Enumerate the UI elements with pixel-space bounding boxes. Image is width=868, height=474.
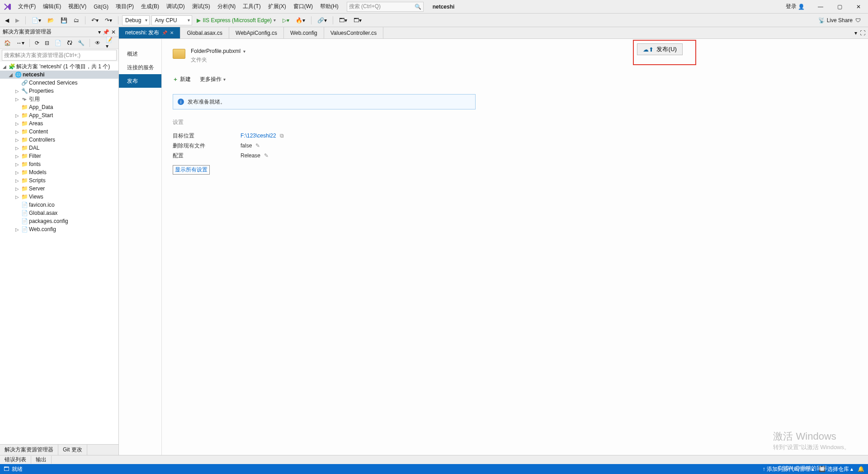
redo-button[interactable]: ↷▾ — [103, 15, 114, 25]
window-close-button[interactable]: ✕ — [852, 2, 865, 12]
run-no-debug-button[interactable]: ▷▾ — [280, 15, 292, 25]
live-share-button[interactable]: 📡 Live Share — [818, 17, 853, 24]
expand-icon[interactable]: ▷ — [14, 162, 20, 167]
expand-icon[interactable]: ▷ — [14, 89, 20, 94]
status-bell-icon[interactable]: 🔔 — [858, 466, 864, 472]
solution-root[interactable]: ◢🧩 解决方案 'netceshi' (1 个项目，共 1 个) — [0, 62, 118, 71]
more-actions-button[interactable]: 更多操作 — [200, 76, 226, 83]
tab-output[interactable]: 输出 — [31, 456, 52, 464]
hot-reload-button[interactable]: 🔥▾ — [293, 15, 307, 25]
menu-ext[interactable]: 扩展(X) — [264, 0, 290, 13]
tree-node[interactable]: ▷📁Server — [0, 185, 118, 193]
save-button[interactable]: 💾 — [58, 15, 70, 25]
tree-node[interactable]: ▷📁App_Start — [0, 111, 118, 119]
expand-icon[interactable]: ▷ — [14, 186, 20, 191]
tree-node[interactable]: ▷📁DAL — [0, 144, 118, 152]
tree-node[interactable]: ▷📁Models — [0, 168, 118, 176]
se-properties-button[interactable]: 🔧 — [75, 38, 87, 47]
se-view-code-button[interactable]: 📝▾ — [104, 38, 117, 47]
tree-node[interactable]: ▷📁Content — [0, 128, 118, 136]
pin-icon[interactable]: 📌 — [162, 30, 167, 35]
expand-icon[interactable]: ▷ — [14, 129, 20, 134]
expand-icon[interactable]: ▷ — [14, 178, 20, 183]
tree-node[interactable]: 📄Global.asax — [0, 209, 118, 217]
menu-debug[interactable]: 调试(D) — [163, 0, 189, 13]
tab-solution-explorer[interactable]: 解决方案资源管理器 — [0, 445, 58, 455]
tree-node[interactable]: ▷🔧Properties — [0, 87, 118, 95]
menu-analyze[interactable]: 分析(N) — [214, 0, 240, 13]
pub-side-publish[interactable]: 发布 — [119, 74, 161, 88]
menu-test[interactable]: 测试(S) — [189, 0, 214, 13]
window-maximize-button[interactable]: ▢ — [833, 2, 846, 12]
close-icon[interactable]: ✕ — [170, 30, 174, 35]
tree-node[interactable]: ▷📁Areas — [0, 119, 118, 128]
tree-node[interactable]: ▷•▸引用 — [0, 95, 118, 103]
tabs-fullscreen-icon[interactable]: ⛶ — [860, 30, 865, 36]
copy-icon[interactable]: ⧉ — [280, 133, 284, 139]
doc-tab[interactable]: netceshi: 发布📌✕ — [119, 27, 180, 38]
doc-tab[interactable]: Web.config — [284, 27, 324, 38]
profile-dropdown-icon[interactable]: ▾ — [243, 49, 245, 54]
se-toggle-button[interactable]: ↔▾ — [14, 38, 27, 47]
settings-value[interactable]: F:\123\ceshi22 — [241, 133, 276, 139]
menu-git[interactable]: Git(G) — [90, 0, 112, 13]
se-sync-button[interactable]: ⟳ — [33, 38, 42, 47]
doc-tab[interactable]: ValuesController.cs — [324, 27, 384, 38]
se-refresh-button[interactable]: 🗘 — [65, 38, 75, 47]
se-preview-button[interactable]: 👁 — [93, 38, 103, 47]
menu-project[interactable]: 项目(P) — [112, 0, 137, 13]
tree-node[interactable]: ▷📁Scripts — [0, 176, 118, 185]
tree-node[interactable]: 📄favicon.ico — [0, 201, 118, 209]
panel-dropdown-icon[interactable]: ▾ — [98, 29, 101, 35]
menu-view[interactable]: 视图(V) — [65, 0, 90, 13]
platform-combo[interactable]: Any CPU — [151, 15, 192, 25]
tab-git-changes[interactable]: Git 更改 — [58, 445, 87, 455]
login-button[interactable]: 登录 👤 — [782, 3, 808, 10]
solution-explorer-title[interactable]: 解决方案资源管理器 ▾ 📌 ✕ — [0, 27, 118, 37]
expand-icon[interactable]: ▷ — [14, 97, 20, 102]
tree-node[interactable]: ▷📁Filter — [0, 152, 118, 160]
nav-back-button[interactable]: ◀ — [3, 15, 11, 25]
config-combo[interactable]: Debug — [122, 15, 150, 25]
expand-icon[interactable]: ▷ — [14, 146, 20, 151]
menu-window[interactable]: 窗口(W) — [290, 0, 316, 13]
run-button[interactable]: ▶IIS Express (Microsoft Edge)▾ — [194, 17, 278, 24]
se-collapse-button[interactable]: ⊟ — [42, 38, 52, 47]
tree-node[interactable]: 📄packages.config — [0, 217, 118, 225]
expand-icon[interactable]: ▷ — [14, 113, 20, 118]
menu-file[interactable]: 文件(F) — [14, 0, 39, 13]
tab-error-list[interactable]: 错误列表 — [0, 456, 31, 464]
global-search-input[interactable]: 搜索 (Ctrl+Q) 🔍 — [347, 2, 424, 12]
expand-icon[interactable]: ▷ — [14, 194, 20, 199]
undo-button[interactable]: ↶▾ — [89, 15, 101, 25]
edit-icon[interactable]: ✎ — [264, 152, 269, 159]
tree-node[interactable]: ▷📁Views — [0, 193, 118, 201]
save-all-button[interactable]: 🗂 — [71, 15, 81, 25]
project-node[interactable]: ◢🌐 netceshi — [0, 71, 118, 79]
expand-icon[interactable]: ▷ — [14, 170, 20, 175]
expand-icon[interactable]: ▷ — [14, 121, 20, 126]
expand-icon[interactable]: ▷ — [14, 154, 20, 159]
solution-search-input[interactable]: 搜索解决方案资源管理器(Ctrl+;) — [2, 50, 117, 61]
tabs-dropdown-icon[interactable]: ▾ — [854, 30, 857, 36]
nav-fwd-button[interactable]: ▶ — [13, 15, 22, 25]
panel-pin-icon[interactable]: 📌 — [103, 29, 109, 35]
doc-tab[interactable]: WebApiConfig.cs — [229, 27, 284, 38]
menu-help[interactable]: 帮助(H) — [316, 0, 342, 13]
tb-extra1[interactable]: 🗔▾ — [337, 15, 349, 25]
browser-link-button[interactable]: 🔗▾ — [315, 15, 329, 25]
tree-node[interactable]: 🔗Connected Services — [0, 79, 118, 87]
se-showall-button[interactable]: 📄 — [52, 38, 64, 47]
solution-tree[interactable]: ◢🧩 解决方案 'netceshi' (1 个项目，共 1 个) ◢🌐 netc… — [0, 62, 118, 444]
pub-side-connected[interactable]: 连接的服务 — [119, 61, 161, 74]
tree-node[interactable]: ▷📁Controllers — [0, 136, 118, 144]
open-button[interactable]: 📂 — [45, 15, 57, 25]
pub-side-overview[interactable]: 概述 — [119, 47, 161, 61]
expand-icon[interactable]: ▷ — [14, 137, 20, 142]
menu-edit[interactable]: 编辑(E) — [39, 0, 65, 13]
edit-icon[interactable]: ✎ — [255, 142, 260, 149]
menu-tools[interactable]: 工具(T) — [239, 0, 264, 13]
tree-node[interactable]: ▷📄Web.config — [0, 225, 118, 233]
tb-extra2[interactable]: 🗔▾ — [351, 15, 364, 25]
doc-tab[interactable]: Global.asax.cs — [180, 27, 229, 38]
